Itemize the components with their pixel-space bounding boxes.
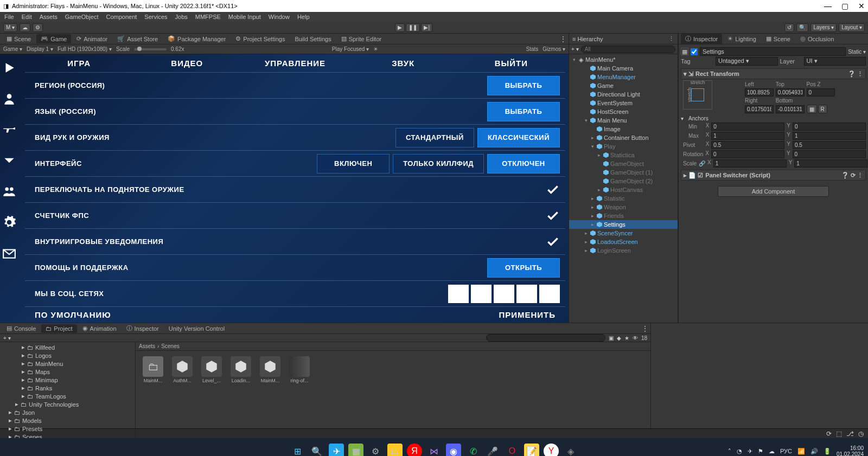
- play-focused-dropdown[interactable]: Play Focused ▾: [332, 46, 369, 52]
- tab-asset-store[interactable]: 🛒Asset Store: [113, 34, 162, 43]
- yandex-icon[interactable]: Я: [407, 444, 422, 456]
- cache-icon[interactable]: ⬚: [836, 430, 842, 438]
- tab-project[interactable]: 🗀 Project: [41, 324, 76, 333]
- option-button[interactable]: ОТКЛЮЧЕН: [487, 154, 560, 174]
- tray-icon-1[interactable]: ◔: [737, 448, 742, 455]
- static-dropdown[interactable]: Static ▾: [848, 49, 866, 55]
- mute-icon[interactable]: ☀: [373, 46, 378, 52]
- volume-icon[interactable]: 🔊: [810, 448, 818, 455]
- hierarchy-item[interactable]: ▸Friends: [569, 211, 678, 220]
- step-button[interactable]: ▶|: [421, 23, 432, 32]
- sca-y[interactable]: [794, 159, 867, 168]
- unity-hub-icon[interactable]: ◈: [563, 444, 578, 456]
- settings-taskbar-icon[interactable]: ⚙: [368, 444, 383, 456]
- search-by-label-icon[interactable]: ◆: [617, 335, 621, 341]
- option-button[interactable]: ТОЛЬКО КИЛЛФИД: [393, 154, 484, 174]
- tab-game[interactable]: 🎮Game: [36, 34, 71, 43]
- asset-item[interactable]: MainM...: [258, 356, 282, 383]
- play-icon[interactable]: [2, 61, 16, 76]
- asset-item[interactable]: Loadin...: [229, 356, 253, 383]
- minimize-button[interactable]: —: [824, 2, 832, 10]
- social-icon[interactable]: [448, 285, 469, 303]
- cloud-icon[interactable]: ☁: [20, 23, 30, 32]
- scale-slider[interactable]: [134, 48, 167, 50]
- hierarchy-item[interactable]: ▸Statistic: [569, 194, 678, 203]
- gun-icon[interactable]: [2, 123, 16, 138]
- tab-controls[interactable]: УПРАВЛЕНИЕ: [241, 59, 349, 68]
- close-button[interactable]: ✕: [858, 2, 865, 10]
- hierarchy-item[interactable]: GameObject (1): [569, 168, 678, 177]
- prefab-icon[interactable]: ▦: [681, 48, 688, 55]
- tab-inspector-bottom[interactable]: ⓘ Inspector: [122, 323, 163, 333]
- vs-icon[interactable]: ⋈: [426, 444, 442, 456]
- sca-x[interactable]: [713, 159, 787, 168]
- reset-defaults-button[interactable]: ПО УМОЛЧАНИЮ: [35, 310, 111, 319]
- mic-icon[interactable]: 🎤: [485, 444, 500, 456]
- maximize-button[interactable]: ▢: [841, 2, 848, 10]
- checkmark-icon[interactable]: [546, 235, 560, 249]
- tab-animation[interactable]: ◉ Animation: [78, 324, 121, 333]
- active-checkbox[interactable]: [691, 48, 698, 55]
- tab-uvc[interactable]: Unity Version Control: [164, 324, 229, 333]
- search-taskbar-icon[interactable]: 🔍: [309, 444, 324, 456]
- project-tree-item[interactable]: ▸🗀MainMenu: [0, 359, 135, 368]
- project-tree-item[interactable]: ▸🗀Logos: [0, 351, 135, 359]
- top-field[interactable]: [776, 88, 805, 97]
- tag-dropdown[interactable]: Untagged ▾: [716, 57, 778, 66]
- rect-transform-header[interactable]: ▾ ⇲ Rect Transform❔ ⋮: [681, 68, 866, 79]
- hierarchy-item[interactable]: Directional Light: [569, 90, 678, 99]
- user-icon[interactable]: [2, 92, 16, 107]
- tab-inspector[interactable]: ⓘ Inspector: [681, 34, 722, 44]
- menu-edit[interactable]: Edit: [22, 14, 32, 20]
- hierarchy-item[interactable]: ▸HostCanvas: [569, 185, 678, 194]
- whatsapp-icon[interactable]: ✆: [465, 444, 481, 456]
- tab-package-manager[interactable]: 📦Package Manager: [163, 34, 230, 43]
- tab-lighting[interactable]: ☀ Lighting: [723, 34, 761, 43]
- tab-occlusion[interactable]: ◎ Occlusion: [796, 34, 838, 43]
- project-tree-item[interactable]: ▸🗀Maps: [0, 368, 135, 376]
- project-tree-item[interactable]: ▸🗀Presets: [0, 425, 135, 433]
- anchor-preset[interactable]: stretch stretch: [683, 80, 712, 110]
- apply-button[interactable]: ПРИМЕНИТЬ: [499, 310, 556, 319]
- left-field[interactable]: [745, 88, 774, 97]
- tab-build-settings[interactable]: Build Settings: [290, 35, 335, 43]
- tray-flag-icon[interactable]: ⚑: [758, 448, 763, 455]
- anchors-foldout[interactable]: Anchors: [688, 115, 709, 121]
- activity-icon[interactable]: ◷: [858, 430, 864, 438]
- game-mode-dropdown[interactable]: Game ▾: [3, 46, 22, 52]
- account-dropdown[interactable]: M ▾: [3, 23, 17, 32]
- play-button[interactable]: ▶: [395, 23, 405, 32]
- menu-help[interactable]: Help: [297, 14, 310, 20]
- display-dropdown[interactable]: Display 1 ▾: [27, 46, 53, 52]
- resolution-dropdown[interactable]: Full HD (1920x1080) ▾: [58, 46, 112, 52]
- hierarchy-item[interactable]: ▾Play: [569, 142, 678, 151]
- anchor-min-y[interactable]: [793, 123, 866, 131]
- option-button[interactable]: ОТКРЫТЬ: [487, 258, 560, 278]
- search-icon[interactable]: 🔍: [796, 23, 808, 32]
- hierarchy-item[interactable]: ▸SceneSyncer: [569, 229, 678, 237]
- panel-switcher-header[interactable]: ▸ 📄 ☑ Panel Switcher (Script)❔ ⟳ ⋮: [681, 170, 866, 181]
- menu-assets[interactable]: Assets: [40, 14, 58, 20]
- app-green-icon[interactable]: ▦: [348, 444, 363, 456]
- search-by-type-icon[interactable]: ▣: [609, 335, 614, 341]
- branch-icon[interactable]: ⎇: [846, 430, 854, 438]
- hierarchy-item[interactable]: GameObject: [569, 159, 678, 168]
- checkmark-icon[interactable]: [546, 183, 560, 197]
- stats-toggle[interactable]: Stats: [526, 46, 539, 52]
- menu-mmfpse[interactable]: MMFPSE: [195, 14, 221, 20]
- panel-menu-icon[interactable]: ⋮: [642, 325, 648, 332]
- clock[interactable]: 16:00 01.02.2024: [837, 445, 864, 456]
- explorer-icon[interactable]: 🗀: [387, 444, 403, 456]
- breadcrumb-scenes[interactable]: Scenes: [161, 343, 179, 349]
- menu-file[interactable]: File: [4, 14, 14, 20]
- pause-button[interactable]: ❚❚: [406, 23, 420, 32]
- hierarchy-item[interactable]: ▾Main Menu: [569, 116, 678, 125]
- raw-icon[interactable]: R: [818, 105, 827, 113]
- bottom-field[interactable]: [776, 105, 805, 113]
- tab-project-settings[interactable]: ⚙Project Settings: [231, 34, 289, 43]
- tab-scene-insp[interactable]: ▦ Scene: [762, 34, 795, 43]
- menu-mobile-input[interactable]: Mobile Input: [228, 14, 261, 20]
- object-name-field[interactable]: [700, 47, 846, 56]
- social-icon[interactable]: [516, 285, 537, 303]
- project-tree-item[interactable]: ▸🗀Ranks: [0, 384, 135, 392]
